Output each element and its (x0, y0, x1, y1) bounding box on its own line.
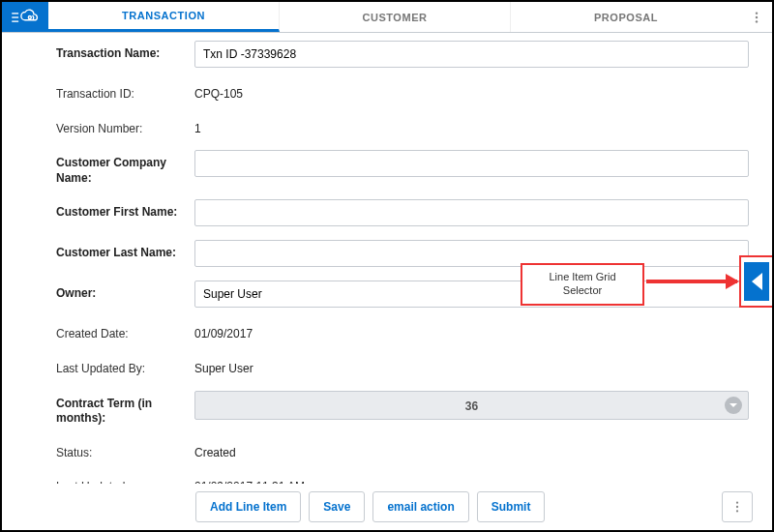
value-last-updated: 01/09/2017 11:31 AM (194, 474, 749, 484)
value-version-number: 1 (194, 116, 749, 137)
row-version-number: Version Number: 1 (25, 116, 749, 137)
topbar-more-button[interactable] (741, 2, 772, 32)
form-body: Transaction Name: Transaction ID: CPQ-10… (2, 33, 772, 484)
value-transaction-id: CPQ-105 (194, 81, 749, 103)
tab-proposal[interactable]: PROPOSAL (511, 2, 741, 32)
svg-point-8 (736, 506, 738, 508)
value-last-updated-by: Super User (194, 356, 749, 377)
actionbar-more-button[interactable] (722, 491, 753, 522)
svg-point-4 (756, 12, 758, 14)
select-contract-term[interactable]: 36 (194, 391, 749, 420)
svg-point-5 (756, 15, 758, 17)
label-version-number: Version Number: (25, 116, 194, 137)
row-customer-first: Customer First Name: (25, 199, 749, 226)
cloud-menu-icon (9, 7, 42, 28)
input-owner[interactable] (194, 281, 749, 308)
action-bar: Add Line Item Save email action Submit (2, 484, 772, 530)
input-customer-company[interactable] (194, 150, 749, 177)
callout-arrow (646, 280, 737, 283)
row-transaction-id: Transaction ID: CPQ-105 (25, 81, 749, 103)
label-last-updated: Last Updated: (25, 474, 194, 484)
tab-customer[interactable]: CUSTOMER (280, 2, 511, 32)
add-line-item-button[interactable]: Add Line Item (195, 491, 301, 522)
brand-logo[interactable] (2, 2, 48, 32)
email-action-button[interactable]: email action (372, 491, 468, 522)
row-last-updated-by: Last Updated By: Super User (25, 356, 749, 377)
row-transaction-name: Transaction Name: (25, 41, 749, 68)
label-customer-last: Customer Last Name: (25, 240, 194, 261)
callout-line-item-grid: Line Item Grid Selector (521, 263, 644, 306)
row-contract-term: Contract Term (in months): 36 (25, 391, 749, 427)
label-contract-term: Contract Term (in months): (25, 391, 194, 427)
svg-point-3 (28, 15, 31, 18)
row-last-updated: Last Updated: 01/09/2017 11:31 AM (25, 474, 749, 484)
label-owner: Owner: (25, 281, 194, 302)
label-created-date: Created Date: (25, 321, 194, 342)
label-transaction-id: Transaction ID: (25, 81, 194, 103)
tabs: TRANSACTION CUSTOMER PROPOSAL (48, 2, 741, 32)
svg-point-9 (736, 510, 738, 512)
value-created-date: 01/09/2017 (194, 321, 749, 342)
label-customer-first: Customer First Name: (25, 199, 194, 221)
label-last-updated-by: Last Updated By: (25, 356, 194, 377)
app-frame: TRANSACTION CUSTOMER PROPOSAL Transactio… (0, 0, 774, 532)
chevron-down-icon (725, 397, 742, 414)
label-transaction-name: Transaction Name: (25, 41, 194, 62)
input-customer-first[interactable] (194, 199, 749, 226)
row-created-date: Created Date: 01/09/2017 (25, 321, 749, 342)
save-button[interactable]: Save (309, 491, 365, 522)
top-bar: TRANSACTION CUSTOMER PROPOSAL (2, 2, 772, 33)
svg-point-7 (736, 501, 738, 503)
label-status: Status: (25, 440, 194, 461)
submit-button[interactable]: Submit (477, 491, 546, 522)
line-item-grid-selector[interactable] (739, 255, 774, 308)
input-transaction-name[interactable] (194, 41, 749, 68)
input-customer-last[interactable] (194, 240, 749, 267)
tab-transaction[interactable]: TRANSACTION (48, 2, 280, 32)
row-customer-company: Customer Company Name: (25, 150, 749, 186)
kebab-icon (750, 11, 763, 24)
triangle-left-icon (752, 273, 762, 290)
kebab-icon (730, 500, 744, 514)
select-contract-term-value: 36 (465, 399, 478, 413)
svg-point-6 (756, 20, 758, 22)
value-status: Created (194, 440, 749, 461)
label-customer-company: Customer Company Name: (25, 150, 194, 186)
row-status: Status: Created (25, 440, 749, 461)
